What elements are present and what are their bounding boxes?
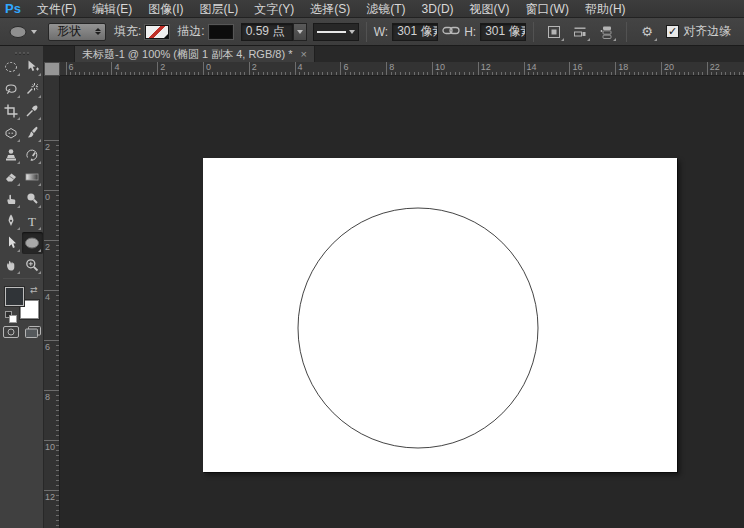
swap-colors-icon[interactable]: ⇄: [30, 285, 38, 295]
align-edges-checkbox[interactable]: ✓: [666, 25, 679, 38]
shape-layer: [203, 158, 677, 472]
vertical-ruler[interactable]: 2024681012: [44, 76, 60, 528]
document-canvas[interactable]: [203, 158, 677, 472]
menu-item[interactable]: 窗口(W): [518, 0, 577, 18]
patch-tool[interactable]: [1, 122, 22, 144]
pen-tool[interactable]: [1, 210, 22, 232]
dodge-tool[interactable]: [22, 188, 43, 210]
tool-preset-picker[interactable]: [4, 23, 40, 41]
path-arrangement-button[interactable]: [595, 22, 617, 42]
ruler-tick: [44, 390, 59, 391]
ruler-tick: [171, 72, 172, 75]
default-colors-icon[interactable]: [5, 311, 12, 318]
brush-icon: [24, 125, 40, 141]
path-alignment-button[interactable]: [569, 22, 591, 42]
horizontal-ruler[interactable]: 6420246810121416182022: [60, 62, 744, 76]
ruler-tick: [336, 72, 337, 75]
document-tab[interactable]: 未标题-1 @ 100% (椭圆 1 副本 4, RGB/8) * ×: [74, 46, 315, 62]
ruler-tick: [180, 72, 181, 75]
ruler-tick: [221, 72, 222, 75]
gradient-tool[interactable]: [22, 166, 43, 188]
screen-mode-button[interactable]: [24, 325, 42, 342]
ruler-label: 4: [298, 62, 303, 72]
ruler-tick: [565, 72, 566, 75]
ruler-label: 8: [389, 62, 394, 72]
ellipse-tool[interactable]: [22, 232, 43, 254]
eyedropper-tool[interactable]: [22, 100, 43, 122]
geometry-options-button[interactable]: ⚙: [636, 22, 658, 42]
stroke-width-dropdown-button[interactable]: [293, 23, 307, 41]
ruler-tick: [281, 72, 282, 75]
type-tool[interactable]: T: [22, 210, 43, 232]
panel-grip[interactable]: [0, 46, 43, 56]
menu-item[interactable]: 图层(L): [192, 0, 247, 18]
toolbox-panel: T ⇄: [0, 46, 44, 528]
ruler-tick: [359, 72, 360, 75]
ruler-tick: [615, 62, 616, 75]
solid-line-icon: [317, 31, 346, 33]
quick-mask-button[interactable]: [2, 325, 20, 342]
menu-item[interactable]: 滤镜(T): [358, 0, 413, 18]
ruler-tick: [478, 62, 479, 75]
tool-mode-value: 形状: [57, 23, 81, 40]
menu-item[interactable]: 文字(Y): [246, 0, 302, 18]
menu-item[interactable]: 文件(F): [29, 0, 84, 18]
stroke-type-select[interactable]: [313, 23, 359, 41]
ruler-tick: [56, 380, 59, 381]
foreground-color-swatch[interactable]: [5, 287, 24, 306]
stroke-swatch[interactable]: [209, 25, 233, 39]
gradient-icon: [24, 169, 40, 185]
magic-wand-tool[interactable]: [22, 78, 43, 100]
ruler-tick: [382, 72, 383, 75]
hand-tool[interactable]: [1, 254, 22, 276]
menu-item[interactable]: 选择(S): [302, 0, 358, 18]
ellipse-tool-icon: [7, 25, 29, 39]
zoom-tool[interactable]: [22, 254, 43, 276]
tool-mode-select[interactable]: 形状: [48, 23, 106, 41]
ruler-tick: [721, 72, 722, 75]
clone-stamp-tool[interactable]: [1, 144, 22, 166]
menu-item[interactable]: 图像(I): [140, 0, 191, 18]
ruler-tick: [111, 62, 112, 75]
close-icon[interactable]: ×: [300, 48, 306, 60]
ruler-label: 4: [45, 292, 50, 302]
ruler-tick: [56, 155, 59, 156]
stroke-width-input[interactable]: 0.59 点: [241, 23, 293, 41]
menu-item[interactable]: 视图(V): [462, 0, 518, 18]
link-dimensions-button[interactable]: [442, 25, 460, 39]
ruler-tick: [469, 72, 470, 75]
menu-item[interactable]: 帮助(H): [577, 0, 634, 18]
path-selection-tool[interactable]: [1, 232, 22, 254]
brush-tool[interactable]: [22, 122, 43, 144]
height-input[interactable]: 301 像素: [480, 23, 526, 41]
ruler-tick: [56, 215, 59, 216]
ruler-tick: [661, 62, 662, 75]
ruler-tick: [652, 72, 653, 75]
ruler-tick: [56, 500, 59, 501]
move-tool[interactable]: [22, 56, 43, 78]
ruler-tick: [519, 72, 520, 75]
elliptical-marquee-tool[interactable]: [1, 56, 22, 78]
fill-swatch[interactable]: [145, 25, 169, 39]
smudge-tool[interactable]: [1, 188, 22, 210]
ruler-tick: [56, 475, 59, 476]
ruler-tick: [194, 72, 195, 75]
height-label: H:: [464, 25, 476, 39]
ruler-tick: [350, 72, 351, 75]
history-brush-tool[interactable]: [22, 144, 43, 166]
eraser-tool[interactable]: [1, 166, 22, 188]
ruler-tick: [56, 185, 59, 186]
crop-tool[interactable]: [1, 100, 22, 122]
lasso-tool[interactable]: [1, 78, 22, 100]
stroke-width-value: 0.59 点: [246, 23, 285, 40]
ruler-tick: [707, 62, 708, 75]
menu-item[interactable]: 编辑(E): [84, 0, 140, 18]
ruler-origin-box[interactable]: [44, 62, 60, 76]
ruler-tick: [693, 72, 694, 75]
type-icon: T: [24, 213, 40, 229]
ruler-tick: [66, 62, 67, 75]
path-operations-button[interactable]: [543, 22, 565, 42]
eraser-icon: [3, 169, 19, 185]
menu-item[interactable]: 3D(D): [414, 0, 462, 18]
width-input[interactable]: 301 像素: [392, 23, 438, 41]
